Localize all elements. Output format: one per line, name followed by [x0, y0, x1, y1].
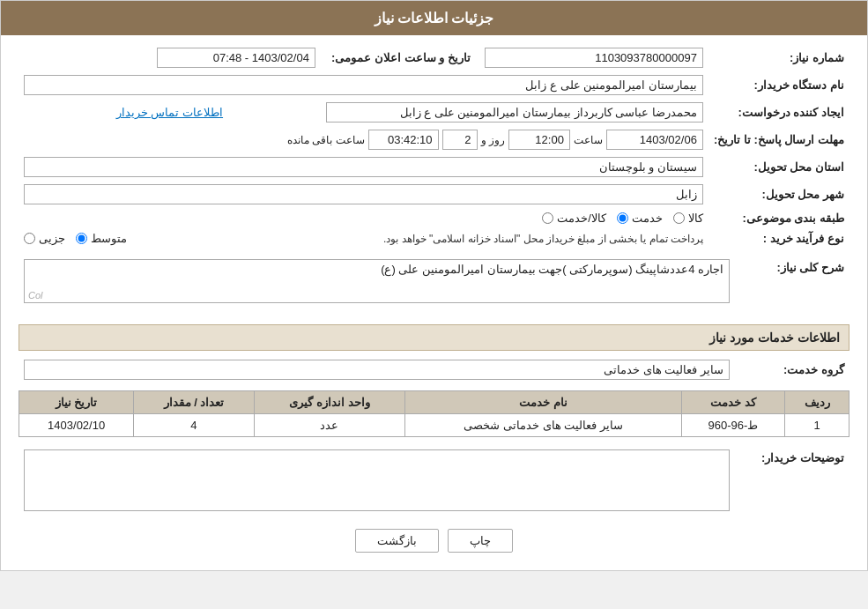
shahr-value: زابل [24, 184, 703, 204]
cell-vahed: عدد [254, 414, 405, 437]
row-shahr: شهر محل تحویل: زابل [19, 181, 849, 208]
baqi-mande-value: 03:42:10 [368, 130, 439, 150]
tarikh-elan-value: 1403/02/04 - 07:48 [157, 48, 315, 68]
radio-jozi-label: جزیی [39, 232, 65, 245]
radio-jozi-item: جزیی [24, 232, 65, 245]
ostan-label: استان محل تحویل: [708, 153, 849, 181]
date-time-row: 1403/02/06 ساعت 12:00 روز و 2 03:42:10 س… [24, 130, 703, 150]
shahr-label: شهر محل تحویل: [708, 181, 849, 208]
table-body: 1 ط-96-960 سایر فعالیت های خدماتی شخصی ع… [19, 414, 849, 437]
row-ostan: استان محل تحویل: سیستان و بلوچستان [19, 153, 849, 181]
row-gorooh: گروه خدمت: سایر فعالیت های خدماتی [19, 356, 849, 383]
cell-tarikh: 1403/02/10 [19, 414, 134, 437]
ostan-value: سیستان و بلوچستان [24, 157, 703, 177]
row-ijad-konande: ایجاد کننده درخواست: محمدرضا عباسی کاربر… [19, 99, 849, 126]
noe-description: پرداخت تمام یا بخشی از مبلغ خریداز محل "… [137, 233, 703, 245]
header-title: جزئیات اطلاعات نیاز [375, 11, 494, 26]
saat-value: 12:00 [508, 130, 570, 150]
radio-kala[interactable] [673, 212, 685, 224]
tozihat-table: توضیحات خریدار: [19, 446, 849, 515]
radio-motevaset-label: متوسط [91, 232, 127, 245]
tarikh-elan-label: تاریخ و ساعت اعلان عمومی: [321, 44, 479, 71]
sharh-niaz-label: شرح کلی نیاز: [735, 256, 849, 316]
col-kod: کد خدمت [681, 391, 784, 414]
tabaqe-radio-group: کالا خدمت کالا/خدمت [24, 212, 703, 225]
noe-radio-group: پرداخت تمام یا بخشی از مبلغ خریداز محل "… [24, 232, 703, 245]
radio-khadamat-item: خدمت [617, 212, 663, 225]
radio-kala-khadamat-item: کالا/خدمت [542, 212, 606, 225]
col-nam: نام خدمت [405, 391, 681, 414]
cell-tedad: 4 [134, 414, 254, 437]
radio-motevaset[interactable] [76, 233, 87, 244]
col-radif: ردیف [785, 391, 849, 414]
radio-kala-khadamat-label: کالا/خدمت [557, 212, 606, 225]
ijad-konande-value: محمدرضا عباسی کاربرداز بیمارستان امیرالم… [326, 102, 703, 123]
rooz-value: 2 [442, 130, 478, 150]
col-vahed: واحد اندازه گیری [254, 391, 405, 414]
row-tozihat: توضیحات خریدار: [19, 446, 849, 515]
baqi-mande-label: ساعت باقی مانده [287, 134, 365, 146]
page-container: جزئیات اطلاعات نیاز شماره نیاز: 11030937… [0, 0, 868, 571]
chap-button[interactable]: چاپ [448, 529, 513, 553]
sharh-niaz-value: اجاره 4عددشاپینگ (سوپرمارکتی )جهت بیمارس… [24, 259, 730, 303]
row-nam-dastgah: نام دستگاه خریدار: بیمارستان امیرالمومنی… [19, 71, 849, 99]
radio-kala-khadamat[interactable] [542, 212, 553, 224]
page-header: جزئیات اطلاعات نیاز [1, 1, 867, 35]
content-area: شماره نیاز: 1103093780000097 تاریخ و ساع… [1, 35, 867, 570]
radio-jozi[interactable] [24, 233, 35, 244]
table-row: 1 ط-96-960 سایر فعالیت های خدماتی شخصی ع… [19, 414, 849, 437]
cell-kod: ط-96-960 [681, 414, 784, 437]
cell-nam: سایر فعالیت های خدماتی شخصی [405, 414, 681, 437]
tarikh-value: 1403/02/06 [606, 130, 703, 150]
radio-khadamat[interactable] [617, 212, 628, 224]
tozihat-textarea[interactable] [24, 449, 730, 511]
services-table: ردیف کد خدمت نام خدمت واحد اندازه گیری ت… [19, 390, 849, 437]
sharh-niaz-table: شرح کلی نیاز: اجاره 4عددشاپینگ (سوپرمارک… [19, 256, 849, 316]
mohlet-label: مهلت ارسال پاسخ: تا تاریخ: [708, 126, 849, 153]
ijad-konande-label: ایجاد کننده درخواست: [708, 99, 849, 126]
col-label: Col [28, 290, 43, 301]
table-header-row: ردیف کد خدمت نام خدمت واحد اندازه گیری ت… [19, 391, 849, 414]
shomara-label: شماره نیاز: [708, 44, 849, 71]
shomara-value: 1103093780000097 [485, 48, 703, 68]
row-noe-farayand: نوع فرآیند خرید : پرداخت تمام یا بخشی از… [19, 228, 849, 249]
radio-kala-item: کالا [673, 212, 703, 225]
khadamat-section-header: اطلاعات خدمات مورد نیاز [19, 324, 849, 351]
ettelaat-tamas-link[interactable]: اطلاعات تماس خریدار [116, 106, 223, 119]
sharh-watermark-area: اجاره 4عددشاپینگ (سوپرمارکتی )جهت بیمارس… [24, 259, 730, 312]
nam-dastgah-label: نام دستگاه خریدار: [708, 71, 849, 99]
gorooh-table: گروه خدمت: سایر فعالیت های خدماتی [19, 356, 849, 383]
rooz-label: روز و [481, 134, 505, 146]
row-mohlet: مهلت ارسال پاسخ: تا تاریخ: 1403/02/06 سا… [19, 126, 849, 153]
row-sharh-niaz: شرح کلی نیاز: اجاره 4عددشاپینگ (سوپرمارک… [19, 256, 849, 316]
table-head: ردیف کد خدمت نام خدمت واحد اندازه گیری ت… [19, 391, 849, 414]
radio-khadamat-label: خدمت [632, 212, 663, 225]
saat-label: ساعت [574, 134, 603, 146]
tozihat-label: توضیحات خریدار: [735, 446, 849, 515]
bazgasht-button[interactable]: بازگشت [355, 529, 439, 553]
col-tarikh: تاریخ نیاز [19, 391, 134, 414]
info-table: شماره نیاز: 1103093780000097 تاریخ و ساع… [19, 44, 849, 249]
nam-dastgah-value: بیمارستان امیرالمومنین علی ع زابل [24, 75, 703, 95]
gorooh-label: گروه خدمت: [735, 356, 849, 383]
radio-motevaset-item: متوسط [76, 232, 127, 245]
row-shomara: شماره نیاز: 1103093780000097 تاریخ و ساع… [19, 44, 849, 71]
noe-farayand-label: نوع فرآیند خرید : [708, 228, 849, 249]
col-tedad: تعداد / مقدار [134, 391, 254, 414]
row-tabaqe: طبقه بندی موضوعی: کالا خدمت کالا/خدمت [19, 208, 849, 228]
gorooh-value: سایر فعالیت های خدماتی [24, 360, 730, 380]
tabaqe-label: طبقه بندی موضوعی: [708, 208, 849, 228]
radio-kala-label: کالا [688, 212, 703, 225]
cell-radif: 1 [785, 414, 849, 437]
button-bar: چاپ بازگشت [19, 529, 849, 553]
